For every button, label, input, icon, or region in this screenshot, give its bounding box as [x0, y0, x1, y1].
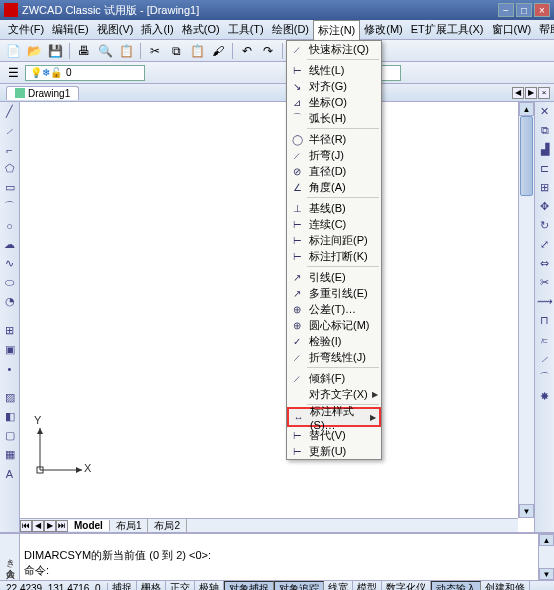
command-input[interactable]: DIMARCSYM的新当前值 (0 到 2) <0>: 命令:	[20, 534, 538, 580]
command-scrollbar[interactable]: ▲ ▼	[538, 534, 554, 580]
layer-combo[interactable]: 💡❄🔓 0	[25, 65, 145, 81]
menu-9[interactable]: ET扩展工具(X)	[407, 20, 488, 39]
paste-icon[interactable]: 📋	[188, 42, 206, 60]
rect-icon[interactable]: ▭	[2, 180, 17, 195]
menu-item-4[interactable]: ⊿坐标(O)	[287, 94, 381, 110]
layer-manager-icon[interactable]: ☰	[4, 64, 22, 82]
close-button[interactable]: ×	[534, 3, 550, 17]
pline-icon[interactable]: ⌐	[2, 142, 17, 157]
break-icon[interactable]: ⊓	[537, 313, 552, 328]
redo-icon[interactable]: ↷	[259, 42, 277, 60]
scroll-down-icon[interactable]: ▼	[519, 504, 534, 518]
sheet-nav-prev-icon[interactable]: ◀	[32, 520, 44, 532]
menu-item-18[interactable]: ↗多重引线(E)	[287, 285, 381, 301]
stretch-icon[interactable]: ⇔	[537, 256, 552, 271]
move-icon[interactable]: ✥	[537, 199, 552, 214]
status-8[interactable]: 数字化仪	[382, 581, 431, 591]
revcloud-icon[interactable]: ☁	[2, 237, 17, 252]
ellipse-icon[interactable]: ⬭	[2, 275, 17, 290]
menu-5[interactable]: 工具(T)	[224, 20, 268, 39]
status-0[interactable]: 捕捉	[108, 581, 137, 591]
status-6[interactable]: 线宽	[324, 581, 353, 591]
arc-icon[interactable]: ⌒	[2, 199, 17, 214]
status-5[interactable]: 对象追踪	[274, 581, 324, 591]
tab-nav-close-icon[interactable]: ×	[538, 87, 550, 99]
menu-0[interactable]: 文件(F)	[4, 20, 48, 39]
open-icon[interactable]: 📂	[25, 42, 43, 60]
menu-item-10[interactable]: ∠角度(A)	[287, 179, 381, 195]
drawing-canvas[interactable]: X Y	[20, 102, 518, 518]
menu-item-25[interactable]: 对齐文字(X)▶	[287, 386, 381, 402]
cmd-scroll-up-icon[interactable]: ▲	[539, 534, 554, 546]
menu-item-24[interactable]: ⟋倾斜(F)	[287, 370, 381, 386]
copy-obj-icon[interactable]: ⧉	[537, 123, 552, 138]
menu-item-22[interactable]: ⟋折弯线性(J)	[287, 349, 381, 365]
explode-icon[interactable]: ✸	[537, 389, 552, 404]
menu-item-15[interactable]: ⊢标注打断(K)	[287, 248, 381, 264]
menu-item-7[interactable]: ◯半径(R)	[287, 131, 381, 147]
xline-icon[interactable]: ⟋	[2, 123, 17, 138]
tab-nav-right-icon[interactable]: ▶	[525, 87, 537, 99]
table-icon[interactable]: ▦	[2, 447, 17, 462]
menu-6[interactable]: 绘图(D)	[268, 20, 313, 39]
publish-icon[interactable]: 📋	[117, 42, 135, 60]
scale-icon[interactable]: ⤢	[537, 237, 552, 252]
doc-tab[interactable]: Drawing1	[6, 86, 79, 100]
status-4[interactable]: 对象捕捉	[224, 581, 274, 591]
scroll-up-icon[interactable]: ▲	[519, 102, 534, 116]
save-icon[interactable]: 💾	[46, 42, 64, 60]
menu-4[interactable]: 格式(O)	[178, 20, 224, 39]
text-icon[interactable]: A	[2, 466, 17, 481]
cut-icon[interactable]: ✂	[146, 42, 164, 60]
fillet-icon[interactable]: ⌒	[537, 370, 552, 385]
match-icon[interactable]: 🖌	[209, 42, 227, 60]
line-icon[interactable]: ╱	[2, 104, 17, 119]
status-9[interactable]: 动态输入	[431, 581, 481, 591]
sheet-nav-first-icon[interactable]: ⏮	[20, 520, 32, 532]
point-icon[interactable]: •	[2, 361, 17, 376]
scroll-thumb[interactable]	[520, 116, 533, 196]
menu-item-20[interactable]: ⊕圆心标记(M)	[287, 317, 381, 333]
menu-item-3[interactable]: ↘对齐(G)	[287, 78, 381, 94]
sheet-nav-last-icon[interactable]: ⏭	[56, 520, 68, 532]
menu-item-12[interactable]: ⊥基线(B)	[287, 200, 381, 216]
extend-icon[interactable]: ⟿	[537, 294, 552, 309]
menu-item-29[interactable]: ⊢更新(U)	[287, 443, 381, 459]
ellipse-arc-icon[interactable]: ◔	[2, 294, 17, 309]
sheet-tab-model[interactable]: Model	[68, 520, 110, 531]
menu-item-2[interactable]: ⊢线性(L)	[287, 62, 381, 78]
menu-1[interactable]: 编辑(E)	[48, 20, 93, 39]
new-icon[interactable]: 📄	[4, 42, 22, 60]
status-1[interactable]: 栅格	[137, 581, 166, 591]
menu-item-21[interactable]: ✓检验(I)	[287, 333, 381, 349]
insert-icon[interactable]: ⊞	[2, 323, 17, 338]
block-icon[interactable]: ▣	[2, 342, 17, 357]
cmd-scroll-down-icon[interactable]: ▼	[539, 568, 554, 580]
undo-icon[interactable]: ↶	[238, 42, 256, 60]
menu-7[interactable]: 标注(N)	[313, 20, 360, 40]
menu-item-19[interactable]: ⊕公差(T)…	[287, 301, 381, 317]
menu-item-8[interactable]: ⟋折弯(J)	[287, 147, 381, 163]
mirror-icon[interactable]: ▟	[537, 142, 552, 157]
minimize-button[interactable]: −	[498, 3, 514, 17]
hatch-icon[interactable]: ▨	[2, 390, 17, 405]
menu-3[interactable]: 插入(I)	[137, 20, 177, 39]
vertical-scrollbar[interactable]: ▲ ▼	[518, 102, 534, 518]
menu-item-14[interactable]: ⊢标注间距(P)	[287, 232, 381, 248]
circle-icon[interactable]: ○	[2, 218, 17, 233]
menu-item-13[interactable]: ⊢连续(C)	[287, 216, 381, 232]
status-10[interactable]: 创建和修	[481, 581, 530, 591]
trim-icon[interactable]: ✂	[537, 275, 552, 290]
menu-item-17[interactable]: ↗引线(E)	[287, 269, 381, 285]
chamfer-icon[interactable]: ⟋	[537, 351, 552, 366]
tab-nav-left-icon[interactable]: ◀	[512, 87, 524, 99]
offset-icon[interactable]: ⊏	[537, 161, 552, 176]
menu-8[interactable]: 修改(M)	[360, 20, 407, 39]
menu-10[interactable]: 窗口(W)	[488, 20, 536, 39]
polygon-icon[interactable]: ⬠	[2, 161, 17, 176]
sheet-nav-next-icon[interactable]: ▶	[44, 520, 56, 532]
menu-11[interactable]: 帮助(H)	[535, 20, 554, 39]
erase-icon[interactable]: ✕	[537, 104, 552, 119]
rotate-icon[interactable]: ↻	[537, 218, 552, 233]
sheet-tab-layout2[interactable]: 布局2	[148, 519, 187, 533]
